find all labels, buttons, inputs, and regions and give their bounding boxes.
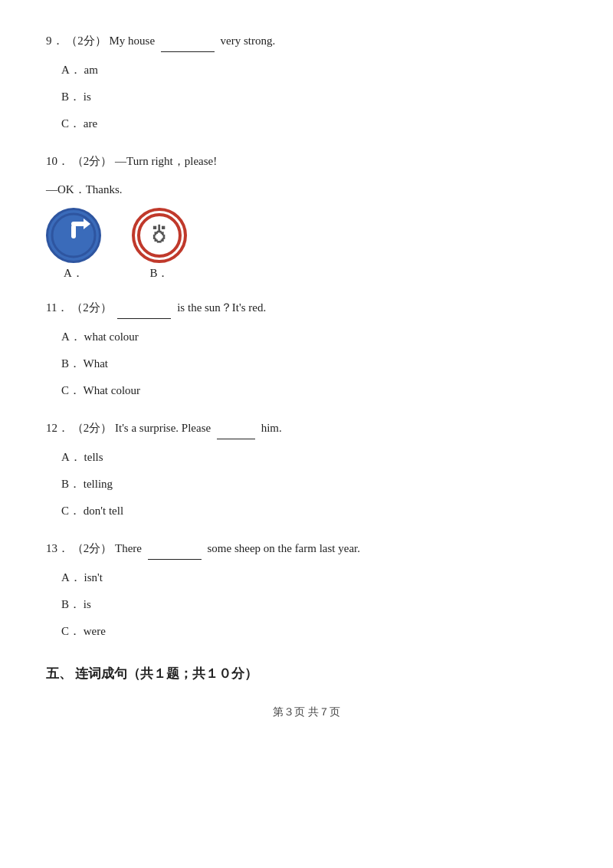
q13-number: 13． — [46, 542, 69, 554]
q11-option-b-value: What — [84, 357, 108, 370]
svg-rect-2 — [71, 222, 85, 226]
question-9: 9． （2分） My house very strong. A． am B． i… — [46, 31, 567, 134]
q9-option-c[interactable]: C． are — [61, 113, 567, 134]
q13-option-b[interactable]: B． is — [61, 594, 567, 615]
q13-option-b-label: B． — [61, 598, 80, 610]
no-turn-icon: ⛣ — [136, 212, 182, 258]
q12-option-c[interactable]: C． don't tell — [61, 501, 567, 521]
q9-text: My house — [110, 35, 156, 47]
q10-image-option-b[interactable]: ⛣ B． — [132, 208, 187, 281]
q13-points: （2分） — [72, 542, 113, 554]
page-number: 第３页 共７页 — [46, 705, 567, 719]
q12-option-b[interactable]: B． telling — [61, 474, 567, 495]
q11-option-b[interactable]: B． What — [61, 353, 567, 374]
svg-rect-1 — [71, 225, 76, 238]
q9-points: （2分） — [66, 35, 107, 47]
q12-option-a[interactable]: A． tells — [61, 447, 567, 468]
q9-option-c-value: are — [84, 117, 97, 130]
q9-text-after: very strong. — [221, 35, 276, 47]
q11-option-a-label: A． — [61, 330, 81, 343]
q12-points: （2分） — [72, 422, 113, 434]
q9-option-a[interactable]: A． am — [61, 60, 567, 81]
q11-option-a[interactable]: A． what colour — [61, 327, 567, 347]
q13-option-a[interactable]: A． isn't — [61, 567, 567, 588]
q12-text: It's a surprise. Please — [115, 422, 211, 434]
section-5-title: 五、 连词成句（共１题；共１０分） — [46, 665, 567, 682]
question-9-text: 9． （2分） My house very strong. — [46, 31, 567, 52]
question-10: 10． （2分） —Turn right，please! —OK．Thanks. — [46, 151, 567, 281]
question-11: 11． （2分） is the sun？It's red. A． what co… — [46, 298, 567, 401]
q13-option-a-value: isn't — [84, 571, 103, 584]
q9-number: 9． — [46, 35, 64, 47]
q10-number: 10． — [46, 155, 69, 167]
q12-option-b-value: telling — [84, 478, 113, 490]
q12-option-c-value: don't tell — [84, 505, 123, 517]
q10-points: （2分） — [72, 155, 113, 167]
q13-option-c[interactable]: C． were — [61, 621, 567, 642]
q10-image-option-a[interactable]: A． — [46, 208, 101, 281]
q11-option-a-value: what colour — [84, 330, 139, 343]
q11-option-c-value: What colour — [84, 384, 141, 396]
q9-option-b[interactable]: B． is — [61, 87, 567, 107]
turn-right-sign — [46, 208, 101, 263]
q11-text-after: is the sun？It's red. — [177, 301, 266, 314]
turn-right-icon — [51, 212, 97, 258]
q13-option-a-label: A． — [61, 571, 81, 584]
q11-points: （2分） — [71, 301, 112, 314]
q13-text-after: some sheep on the farm last year. — [207, 542, 360, 554]
q11-option-c[interactable]: C． What colour — [61, 380, 567, 401]
q10-image-a-label: A． — [64, 266, 84, 281]
q9-option-a-value: am — [84, 64, 98, 76]
q12-option-b-label: B． — [61, 478, 80, 490]
q13-option-c-label: C． — [61, 625, 80, 637]
q13-text: There — [115, 542, 142, 554]
question-12: 12． （2分） It's a surprise. Please him. A．… — [46, 418, 567, 521]
q9-option-a-label: A． — [61, 64, 81, 76]
q13-option-b-value: is — [84, 598, 91, 610]
question-11-text: 11． （2分） is the sun？It's red. — [46, 298, 567, 319]
q10-text: —Turn right，please! — [115, 155, 217, 167]
q10-image-b-label: B． — [149, 266, 169, 281]
q12-option-a-label: A． — [61, 451, 81, 463]
q12-number: 12． — [46, 422, 69, 434]
q13-blank — [148, 538, 202, 560]
q12-text-after: him. — [261, 422, 282, 434]
question-13-text: 13． （2分） There some sheep on the farm la… — [46, 538, 567, 560]
svg-text:⛣: ⛣ — [149, 224, 169, 246]
q9-option-c-label: C． — [61, 117, 80, 130]
q10-sub-text: —OK．Thanks. — [46, 183, 123, 196]
q11-option-b-label: B． — [61, 357, 80, 370]
q11-option-c-label: C． — [61, 384, 80, 396]
question-10-subtext: —OK．Thanks. — [46, 179, 567, 200]
question-10-text: 10． （2分） —Turn right，please! — [46, 151, 567, 172]
q11-blank — [117, 298, 171, 319]
question-13: 13． （2分） There some sheep on the farm la… — [46, 538, 567, 642]
q11-number: 11． — [46, 301, 68, 314]
q13-option-c-value: were — [84, 625, 106, 637]
q10-image-options: A． ⛣ B． — [46, 208, 567, 281]
q12-option-c-label: C． — [61, 505, 80, 517]
no-turn-sign: ⛣ — [132, 208, 187, 263]
q9-option-b-label: B． — [61, 90, 80, 103]
question-12-text: 12． （2分） It's a surprise. Please him. — [46, 418, 567, 439]
q12-option-a-value: tells — [84, 451, 103, 463]
q12-blank — [217, 418, 255, 439]
q9-option-b-value: is — [84, 90, 91, 103]
q9-blank — [161, 31, 215, 52]
